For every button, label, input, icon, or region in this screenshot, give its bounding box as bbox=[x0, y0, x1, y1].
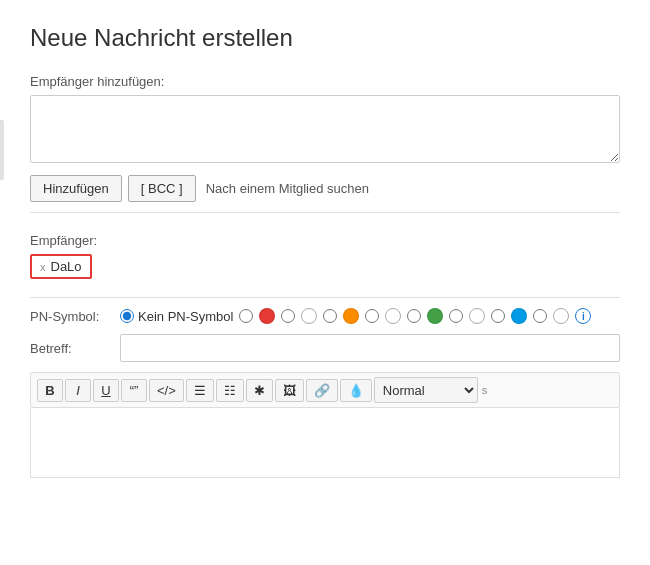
toolbar-list-ol-button[interactable]: ☷ bbox=[216, 379, 244, 402]
pn-radio-empty4[interactable] bbox=[533, 309, 547, 323]
pn-radio-none[interactable] bbox=[120, 309, 134, 323]
pn-color-orange[interactable] bbox=[343, 308, 359, 324]
pn-color-green[interactable] bbox=[427, 308, 443, 324]
pn-color-empty4[interactable] bbox=[553, 308, 569, 324]
page-title: Neue Nachricht erstellen bbox=[30, 24, 620, 52]
pn-color-empty3[interactable] bbox=[469, 308, 485, 324]
remove-recipient-icon[interactable]: x bbox=[40, 261, 46, 273]
pn-color-empty2[interactable] bbox=[385, 308, 401, 324]
pn-radio-empty2[interactable] bbox=[365, 309, 379, 323]
toolbar-blockquote-button[interactable]: “” bbox=[121, 379, 147, 402]
recipients-section: Empfänger: x DaLo bbox=[30, 223, 620, 287]
pn-radio-orange[interactable] bbox=[323, 309, 337, 323]
divider-1 bbox=[30, 212, 620, 213]
recipients-label: Empfänger: bbox=[30, 233, 620, 248]
toolbar-format-select[interactable]: Normal Überschrift 1 Überschrift 2 Übers… bbox=[374, 377, 478, 403]
pn-radio-red[interactable] bbox=[239, 309, 253, 323]
recipient-name: DaLo bbox=[51, 259, 82, 274]
toolbar-image-button[interactable]: 🖼 bbox=[275, 379, 304, 402]
subject-input[interactable] bbox=[120, 334, 620, 362]
toolbar-asterisk-button[interactable]: ✱ bbox=[246, 379, 273, 402]
bcc-button[interactable]: [ BCC ] bbox=[128, 175, 196, 202]
subject-row: Betreff: bbox=[30, 334, 620, 362]
add-button[interactable]: Hinzufügen bbox=[30, 175, 122, 202]
toolbar-link-button[interactable]: 🔗 bbox=[306, 379, 338, 402]
search-member-link[interactable]: Nach einem Mitglied suchen bbox=[206, 181, 369, 196]
pn-radio-empty1[interactable] bbox=[281, 309, 295, 323]
pn-symbol-label: PN-Symbol: bbox=[30, 309, 120, 324]
toolbar-code-button[interactable]: </> bbox=[149, 379, 184, 402]
toolbar-italic-button[interactable]: I bbox=[65, 379, 91, 402]
pn-radio-green[interactable] bbox=[407, 309, 421, 323]
toolbar-bold-button[interactable]: B bbox=[37, 379, 63, 402]
recipient-textarea[interactable] bbox=[30, 95, 620, 163]
toolbar-small-s: s bbox=[482, 384, 488, 396]
pn-symbol-options: Kein PN-Symbol bbox=[120, 308, 591, 324]
pn-radio-blue[interactable] bbox=[491, 309, 505, 323]
toolbar-drop-button[interactable]: 💧 bbox=[340, 379, 372, 402]
pn-color-red[interactable] bbox=[259, 308, 275, 324]
pn-radio-empty3[interactable] bbox=[449, 309, 463, 323]
pn-option-none[interactable]: Kein PN-Symbol bbox=[120, 309, 233, 324]
message-editor[interactable] bbox=[30, 408, 620, 478]
recipient-add-label: Empfänger hinzufügen: bbox=[30, 74, 620, 89]
divider-2 bbox=[30, 297, 620, 298]
subject-label: Betreff: bbox=[30, 341, 120, 356]
pn-color-empty1[interactable] bbox=[301, 308, 317, 324]
recipient-tag: x DaLo bbox=[30, 254, 92, 279]
toolbar-list-ul-button[interactable]: ☰ bbox=[186, 379, 214, 402]
pn-symbol-row: PN-Symbol: Kein PN-Symbol bbox=[30, 308, 620, 324]
pn-color-blue[interactable] bbox=[511, 308, 527, 324]
toolbar-underline-button[interactable]: U bbox=[93, 379, 119, 402]
pn-none-label: Kein PN-Symbol bbox=[138, 309, 233, 324]
editor-toolbar: B I U “” </> ☰ ☷ ✱ 🖼 🔗 💧 Normal Überschr… bbox=[30, 372, 620, 408]
pn-info-icon[interactable]: i bbox=[575, 308, 591, 324]
